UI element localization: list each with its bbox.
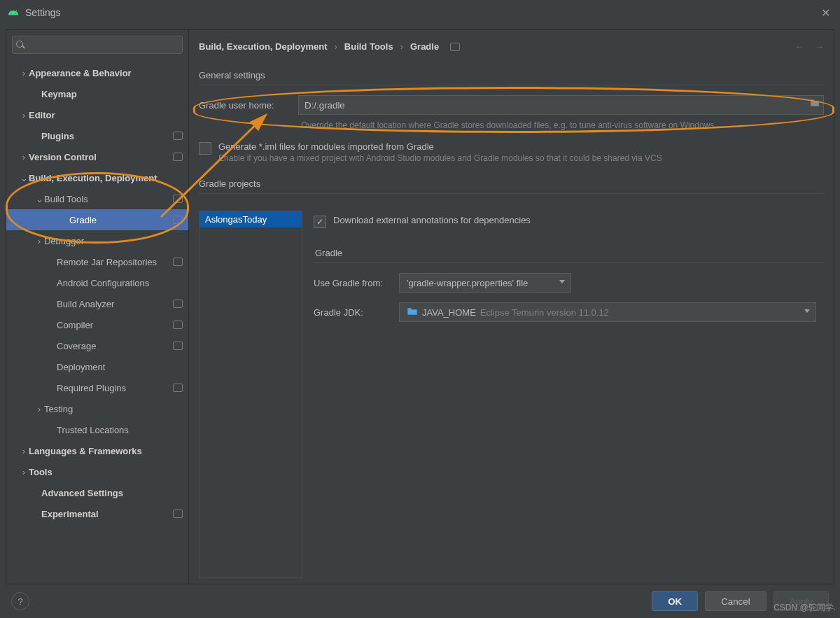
generate-iml-label[interactable]: Generate *.iml files for modules importe… bbox=[218, 141, 662, 152]
tree-item-label: Advanced Settings bbox=[41, 488, 183, 498]
ok-button[interactable]: OK bbox=[652, 591, 698, 611]
settings-body: ›Appearance & BehaviorKeymap›EditorPlugi… bbox=[6, 29, 834, 584]
dialog-footer: ? OK Cancel Apply bbox=[0, 584, 840, 618]
separator bbox=[314, 262, 824, 263]
project-badge-icon bbox=[173, 153, 183, 161]
breadcrumb-part[interactable]: Gradle bbox=[410, 41, 439, 52]
project-badge-icon bbox=[173, 321, 183, 329]
gradle-home-input[interactable] bbox=[298, 95, 824, 115]
project-badge-icon bbox=[173, 132, 183, 140]
tree-item[interactable]: Remote Jar Repositories bbox=[6, 251, 188, 272]
project-badge-icon bbox=[173, 300, 183, 308]
close-icon[interactable]: ✕ bbox=[818, 3, 833, 22]
gradle-jdk-detail: Eclipse Temurin version 11.0.12 bbox=[480, 307, 609, 318]
use-gradle-from-label: Use Gradle from: bbox=[314, 278, 391, 288]
tree-item[interactable]: Deployment bbox=[6, 356, 188, 377]
tree-item-label: Required Plugins bbox=[57, 383, 169, 393]
download-annotations-checkbox[interactable] bbox=[314, 216, 326, 228]
use-gradle-from-dropdown[interactable]: 'gradle-wrapper.properties' file bbox=[399, 273, 571, 293]
tree-item[interactable]: Experimental bbox=[6, 503, 188, 524]
tree-item[interactable]: ›Tools bbox=[6, 461, 188, 482]
download-annotations-row: Download external annotations for depend… bbox=[314, 215, 824, 228]
breadcrumb-sep: › bbox=[334, 41, 337, 52]
breadcrumb-sep: › bbox=[400, 41, 403, 52]
tree-item[interactable]: Compiler bbox=[6, 314, 188, 335]
help-icon[interactable]: ? bbox=[11, 592, 29, 610]
tree-item[interactable]: Keymap bbox=[6, 83, 188, 104]
tree-item[interactable]: ⌄Build, Execution, Deployment bbox=[6, 167, 188, 188]
tree-item[interactable]: ›Appearance & Behavior bbox=[6, 62, 188, 83]
forward-icon[interactable]: → bbox=[815, 41, 824, 52]
tree-item-label: Editor bbox=[29, 110, 183, 120]
settings-content: Build, Execution, Deployment › Build Too… bbox=[189, 30, 834, 584]
tree-item-label: Build Tools bbox=[44, 194, 169, 204]
breadcrumb-part[interactable]: Build Tools bbox=[344, 41, 393, 52]
chevron-icon: › bbox=[34, 404, 44, 414]
chevron-icon: › bbox=[19, 467, 29, 477]
tree-item[interactable]: Gradle bbox=[6, 209, 188, 230]
gradle-jdk-row: Gradle JDK: JAVA_HOME Eclipse Temurin ve… bbox=[314, 302, 824, 322]
breadcrumb-part[interactable]: Build, Execution, Deployment bbox=[199, 41, 327, 52]
tree-item-label: Trusted Locations bbox=[57, 425, 183, 435]
search-input[interactable] bbox=[12, 36, 183, 54]
tree-item[interactable]: Trusted Locations bbox=[6, 419, 188, 440]
chevron-icon: › bbox=[19, 110, 29, 120]
tree-item[interactable]: ›Editor bbox=[6, 104, 188, 125]
download-annotations-label[interactable]: Download external annotations for depend… bbox=[333, 215, 531, 225]
tree-item[interactable]: ›Version Control bbox=[6, 146, 188, 167]
project-badge-icon bbox=[173, 510, 183, 518]
tree-item[interactable]: ›Debugger bbox=[6, 230, 188, 251]
generate-iml-hint: Enable if you have a mixed project with … bbox=[218, 153, 662, 163]
tree-item-label: Tools bbox=[29, 467, 183, 477]
tree-item-label: Experimental bbox=[41, 509, 169, 519]
back-icon[interactable]: ← bbox=[794, 41, 804, 52]
project-badge-icon bbox=[450, 43, 460, 51]
browse-folder-icon[interactable] bbox=[810, 99, 820, 109]
tree-item[interactable]: ›Testing bbox=[6, 398, 188, 419]
chevron-icon: › bbox=[19, 68, 29, 78]
tree-item-label: Android Configurations bbox=[57, 278, 183, 288]
project-badge-icon bbox=[173, 216, 183, 224]
project-badge-icon bbox=[173, 342, 183, 350]
tree-item-label: Languages & Frameworks bbox=[29, 446, 183, 456]
gradle-jdk-dropdown[interactable]: JAVA_HOME Eclipse Temurin version 11.0.1… bbox=[399, 302, 816, 322]
projects-area: AslongasToday Download external annotati… bbox=[199, 211, 824, 578]
tree-item[interactable]: Android Configurations bbox=[6, 272, 188, 293]
project-badge-icon bbox=[173, 195, 183, 203]
projects-list: AslongasToday bbox=[199, 211, 302, 578]
tree-item-label: Keymap bbox=[41, 89, 183, 99]
gradle-home-input-wrap bbox=[298, 95, 824, 115]
cancel-button[interactable]: Cancel bbox=[705, 591, 766, 611]
tree-item-label: Build, Execution, Deployment bbox=[29, 173, 183, 183]
gradle-jdk-label: Gradle JDK: bbox=[314, 307, 391, 318]
tree-item-label: Plugins bbox=[41, 131, 169, 141]
generate-iml-checkbox[interactable] bbox=[199, 142, 211, 155]
tree-item[interactable]: Plugins bbox=[6, 125, 188, 146]
tree-item[interactable]: Required Plugins bbox=[6, 377, 188, 398]
tree-item-label: Appearance & Behavior bbox=[29, 68, 183, 78]
project-detail: Download external annotations for depend… bbox=[302, 211, 824, 578]
project-badge-icon bbox=[173, 258, 183, 266]
section-title-general: General settings bbox=[199, 70, 824, 80]
chevron-icon: › bbox=[19, 152, 29, 162]
tree-item[interactable]: Coverage bbox=[6, 335, 188, 356]
tree-item[interactable]: Advanced Settings bbox=[6, 482, 188, 503]
tree-item[interactable]: ›Languages & Frameworks bbox=[6, 440, 188, 461]
tree-item[interactable]: ⌄Build Tools bbox=[6, 188, 188, 209]
tree-item[interactable]: Build Analyzer bbox=[6, 293, 188, 314]
chevron-icon: › bbox=[19, 446, 29, 456]
folder-icon bbox=[407, 307, 418, 318]
gradle-home-row: Gradle user home: bbox=[199, 95, 824, 115]
tree-item-label: Version Control bbox=[29, 152, 169, 162]
gradle-jdk-name: JAVA_HOME bbox=[422, 307, 476, 318]
tree-item-label: Build Analyzer bbox=[57, 299, 169, 309]
project-item[interactable]: AslongasToday bbox=[200, 211, 302, 227]
section-title-projects: Gradle projects bbox=[199, 178, 824, 189]
generate-iml-row: Generate *.iml files for modules importe… bbox=[199, 141, 824, 163]
gradle-home-label: Gradle user home: bbox=[199, 100, 290, 111]
settings-tree: ›Appearance & BehaviorKeymap›EditorPlugi… bbox=[6, 59, 188, 584]
chevron-down-icon bbox=[559, 280, 565, 283]
sidebar: ›Appearance & BehaviorKeymap›EditorPlugi… bbox=[6, 30, 189, 584]
search-wrap bbox=[6, 30, 188, 59]
tree-item-label: Coverage bbox=[57, 341, 169, 351]
